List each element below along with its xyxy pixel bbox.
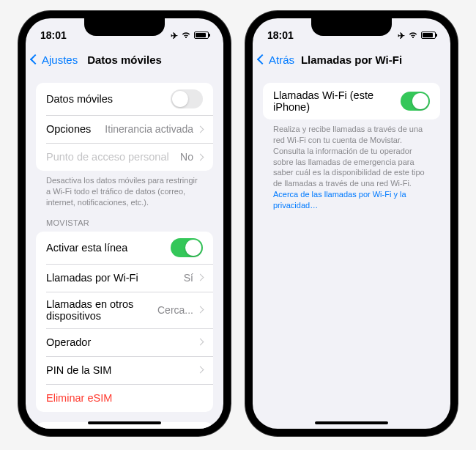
content[interactable]: Datos móviles Opciones Itinerancia activ…: [26, 73, 223, 429]
nav-bar: Atrás Llamadas por Wi-Fi: [253, 46, 450, 73]
row-llamadas-wifi[interactable]: Llamadas por Wi-Fi Sí: [36, 264, 213, 292]
row-label: PIN de la SIM: [46, 364, 111, 376]
chevron-right-icon: [197, 366, 204, 374]
row-llamadas-otros[interactable]: Llamadas en otros dispositivos Cerca...: [36, 292, 213, 328]
toggle-wifi-calling[interactable]: [401, 92, 430, 111]
row-operador[interactable]: Operador: [36, 328, 213, 356]
row-label: Eliminar eSIM: [46, 392, 112, 404]
home-indicator[interactable]: [88, 421, 161, 424]
row-pin-sim[interactable]: PIN de la SIM: [36, 356, 213, 384]
row-label: Activar esta línea: [46, 242, 127, 254]
row-label: Opciones: [46, 123, 91, 135]
chevron-right-icon: [197, 153, 204, 161]
toggle-activar-linea[interactable]: [171, 238, 203, 257]
phone-right: 18:01 Atrás Llamadas por Wi-Fi Llamadas …: [245, 11, 458, 436]
airplane-mode-icon: [398, 29, 405, 41]
back-label: Ajustes: [42, 54, 78, 66]
screen: 18:01 Ajustes Datos móviles Datos móvile…: [26, 18, 223, 429]
chevron-right-icon: [197, 274, 204, 281]
toggle-datos-moviles[interactable]: [171, 89, 203, 108]
row-hotspot[interactable]: Punto de acceso personal No: [36, 143, 213, 171]
airplane-mode-icon: [171, 29, 178, 41]
row-label: Llamadas Wi-Fi (este iPhone): [273, 89, 401, 113]
notch: [311, 18, 392, 36]
nav-bar: Ajustes Datos móviles: [26, 46, 223, 73]
screen: 18:01 Atrás Llamadas por Wi-Fi Llamadas …: [253, 18, 450, 429]
content[interactable]: Llamadas Wi-Fi (este iPhone) Realiza y r…: [253, 73, 450, 429]
back-label: Atrás: [269, 54, 294, 66]
chevron-left-icon: [257, 54, 267, 64]
group-header: MOVISTAR: [36, 218, 213, 232]
phone-left: 18:01 Ajustes Datos móviles Datos móvile…: [18, 11, 231, 436]
notch: [84, 18, 165, 36]
row-activar-linea[interactable]: Activar esta línea: [36, 232, 213, 264]
chevron-left-icon: [30, 54, 40, 64]
chevron-right-icon: [197, 306, 204, 314]
row-eliminar-esim[interactable]: Eliminar eSIM: [36, 384, 213, 412]
group-wifi-calling: Llamadas Wi-Fi (este iPhone) Realiza y r…: [263, 83, 440, 211]
back-button[interactable]: Ajustes: [31, 54, 78, 66]
group-movistar: MOVISTAR Activar esta línea Llamadas por…: [36, 218, 213, 412]
group-footer: Realiza y recibe llamadas a través de un…: [263, 119, 440, 211]
group-cellular: Datos móviles Opciones Itinerancia activ…: [36, 83, 213, 208]
wifi-icon: [181, 31, 191, 40]
group-footer: Desactiva los datos móviles para restrin…: [36, 171, 213, 208]
home-indicator[interactable]: [315, 421, 388, 424]
wifi-icon: [408, 31, 418, 40]
row-opciones[interactable]: Opciones Itinerancia activada: [36, 115, 213, 143]
row-label: Operador: [46, 336, 91, 348]
chevron-right-icon: [197, 339, 204, 346]
privacy-link[interactable]: Acerca de las llamadas por Wi-Fi y la pr…: [273, 190, 406, 210]
row-label: Datos móviles: [46, 93, 113, 105]
row-label: Llamadas en otros dispositivos: [46, 298, 157, 322]
row-datos-moviles[interactable]: Datos móviles: [36, 83, 213, 115]
row-llamadas-wifi-iphone[interactable]: Llamadas Wi-Fi (este iPhone): [263, 83, 440, 119]
chevron-right-icon: [197, 125, 204, 133]
row-label: Llamadas por Wi-Fi: [46, 272, 138, 284]
back-button[interactable]: Atrás: [259, 54, 294, 66]
row-label: Punto de acceso personal: [46, 151, 169, 163]
battery-icon: [194, 32, 209, 39]
battery-icon: [421, 32, 436, 39]
